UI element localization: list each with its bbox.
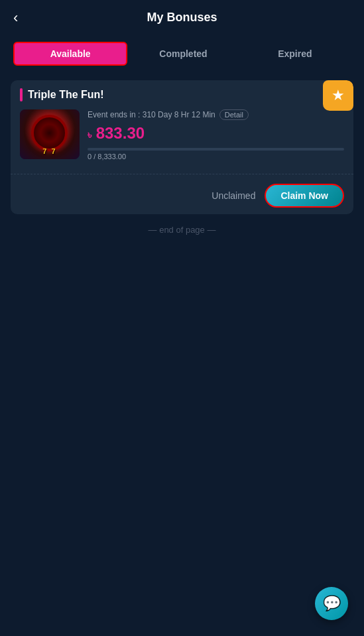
- detail-button[interactable]: Detail: [219, 109, 249, 120]
- card-header: Triple The Fun! ★: [11, 80, 353, 107]
- tabs-bar: Available Completed Expired: [0, 35, 364, 72]
- bonus-amount: ৳ 833.30: [88, 124, 344, 143]
- event-label: Event ends in : 310 Day 8 Hr 12 Min: [88, 110, 215, 119]
- tab-available[interactable]: Available: [13, 42, 127, 66]
- card-divider: [11, 174, 353, 174]
- chat-icon: 💬: [323, 595, 341, 612]
- claim-now-button[interactable]: Claim Now: [265, 184, 344, 208]
- status-badge: Unclaimed: [212, 190, 255, 201]
- star-icon: ★: [332, 87, 345, 104]
- card-title-row: Triple The Fun!: [20, 88, 104, 101]
- amount-value: 833.30: [96, 124, 145, 142]
- page-title: My Bonuses: [147, 11, 217, 25]
- chat-button[interactable]: 💬: [315, 587, 348, 620]
- card-title: Triple The Fun!: [28, 89, 104, 101]
- star-badge: ★: [323, 80, 353, 111]
- tab-completed[interactable]: Completed: [127, 43, 239, 64]
- end-of-page-label: — end of page —: [11, 214, 353, 245]
- bonus-image: 7 7: [20, 109, 80, 159]
- roulette-wheel: [31, 115, 68, 151]
- progress-container: 0 / 8,333.00: [88, 148, 344, 160]
- red-bar-accent: [20, 88, 23, 101]
- tab-expired[interactable]: Expired: [239, 43, 351, 64]
- back-button[interactable]: ‹: [13, 9, 18, 27]
- event-row: Event ends in : 310 Day 8 Hr 12 Min Deta…: [88, 109, 344, 120]
- bonus-card: Triple The Fun! ★ 7 7 Event ends in : 31…: [11, 80, 353, 214]
- card-body: 7 7 Event ends in : 310 Day 8 Hr 12 Min …: [11, 107, 353, 171]
- header: ‹ My Bonuses: [0, 0, 364, 35]
- slots-text: 7 7: [42, 147, 56, 155]
- progress-bar-bg: [88, 148, 344, 151]
- card-footer: Unclaimed Claim Now: [11, 177, 353, 214]
- progress-label: 0 / 8,333.00: [88, 153, 344, 160]
- content-area: Triple The Fun! ★ 7 7 Event ends in : 31…: [0, 72, 364, 253]
- currency-symbol: ৳: [88, 129, 91, 141]
- card-info: Event ends in : 310 Day 8 Hr 12 Min Deta…: [88, 109, 344, 163]
